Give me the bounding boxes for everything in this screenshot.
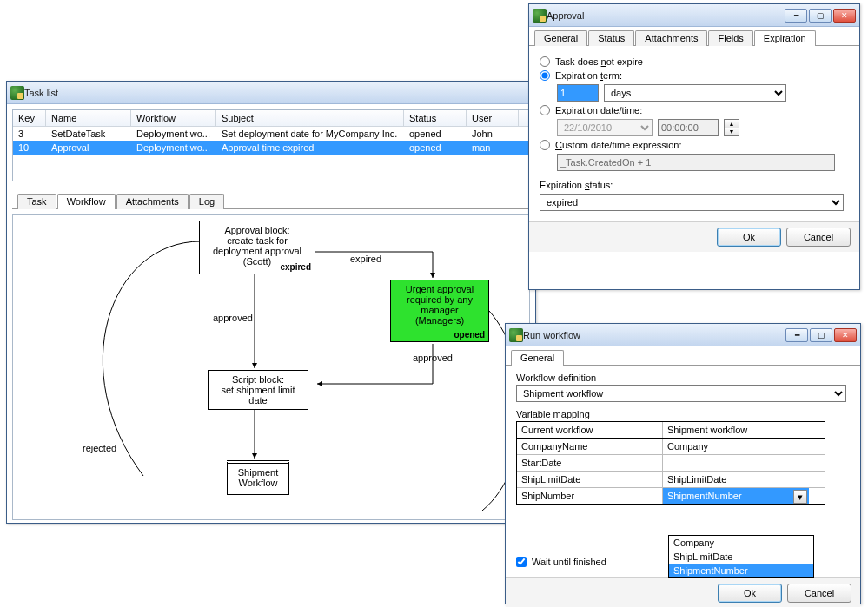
col-key[interactable]: Key: [13, 110, 46, 126]
tab-task[interactable]: Task: [17, 194, 56, 209]
tab-expiration[interactable]: Expiration: [754, 30, 816, 46]
time-spinner[interactable]: ▲▼: [724, 119, 739, 136]
label-wait: Wait until finished: [532, 557, 606, 567]
edge-approved1: approved: [213, 313, 253, 323]
label-workflow-definition: Workflow definition: [516, 373, 850, 383]
task-list-titlebar[interactable]: Task list: [7, 82, 535, 104]
workflow-diagram[interactable]: Approval block: create task for deployme…: [12, 214, 530, 520]
label-no-expire: Task does not expire: [555, 56, 643, 67]
node-urgent[interactable]: Urgent approval required by any manager …: [390, 280, 489, 342]
map-row[interactable]: ShipLimitDate ShipLimitDate: [517, 472, 825, 488]
edge-approved2: approved: [413, 353, 453, 363]
node-approval[interactable]: Approval block: create task for deployme…: [199, 221, 315, 274]
label-variable-mapping: Variable mapping: [516, 409, 850, 419]
bottom-tabs: Task Workflow Attachments Log: [12, 190, 530, 209]
table-row[interactable]: 10 Approval Deployment wo... Approval ti…: [13, 141, 529, 155]
app-icon: [509, 328, 523, 342]
term-value-input[interactable]: [557, 84, 599, 102]
table-row[interactable]: 3 SetDateTask Deployment wo... Set deplo…: [13, 127, 529, 141]
close-button[interactable]: ✕: [833, 9, 856, 23]
tab-log[interactable]: Log: [189, 194, 224, 209]
tab-attachments[interactable]: Attachments: [635, 30, 707, 46]
dropdown-button[interactable]: ▾: [793, 490, 807, 504]
maximize-button[interactable]: ▢: [809, 9, 832, 23]
col-status[interactable]: Status: [404, 110, 467, 126]
minimize-button[interactable]: ━: [785, 9, 807, 23]
edge-expired: expired: [350, 254, 381, 264]
tab-status[interactable]: Status: [588, 30, 634, 46]
spin-up-icon[interactable]: ▲: [725, 120, 739, 128]
tab-general[interactable]: General: [511, 350, 564, 366]
cancel-button[interactable]: Cancel: [786, 228, 851, 247]
app-icon: [10, 86, 24, 100]
runwf-titlebar[interactable]: Run workflow ━ ▢ ✕: [506, 324, 860, 346]
app-icon: [533, 9, 547, 23]
col-target[interactable]: Shipment workflow: [663, 422, 809, 438]
task-grid-header: Key Name Workflow Subject Status User: [13, 110, 529, 127]
task-grid: Key Name Workflow Subject Status User 3 …: [12, 109, 530, 181]
runwf-tabs: General: [506, 346, 860, 366]
minimize-button[interactable]: ━: [785, 328, 808, 342]
col-workflow[interactable]: Workflow: [131, 110, 216, 126]
node-script[interactable]: Script block: set shipment limit date: [208, 370, 308, 410]
selected-mapping-cell[interactable]: ShipmentNumber ▾: [663, 488, 809, 504]
workflow-definition-select[interactable]: Shipment workflow: [516, 385, 846, 402]
variable-mapping-table: Current workflow Shipment workflow Compa…: [516, 421, 825, 505]
col-current[interactable]: Current workflow: [517, 422, 663, 438]
radio-no-expire[interactable]: [540, 56, 550, 67]
approval-titlebar[interactable]: Approval ━ ▢ ✕: [529, 4, 859, 27]
ok-button[interactable]: Ok: [717, 228, 781, 247]
node-shipment[interactable]: Shipment Workflow: [227, 460, 289, 495]
label-custom: Custom date/time expression:: [555, 140, 682, 150]
approval-tabs: General Status Attachments Fields Expira…: [529, 27, 859, 46]
radio-custom[interactable]: [540, 140, 550, 150]
ok-button[interactable]: Ok: [718, 584, 782, 603]
dropdown-option[interactable]: ShipLimitDate: [669, 550, 813, 564]
run-workflow-dialog: Run workflow ━ ▢ ✕ General Workflow defi…: [505, 323, 861, 604]
map-row[interactable]: ShipNumber ShipmentNumber ▾: [517, 488, 825, 504]
task-list-window: Task list Key Name Workflow Subject Stat…: [6, 81, 536, 524]
custom-expr-input[interactable]: [557, 154, 835, 171]
spin-down-icon[interactable]: ▼: [725, 128, 739, 135]
maximize-button[interactable]: ▢: [810, 328, 832, 342]
tab-attachments[interactable]: Attachments: [116, 194, 189, 209]
radio-term[interactable]: [540, 70, 550, 81]
col-user[interactable]: User: [467, 110, 519, 126]
mapping-dropdown[interactable]: Company ShipLimitDate ShipmentNumber: [668, 535, 814, 578]
term-unit-select[interactable]: days: [604, 84, 786, 102]
cancel-button[interactable]: Cancel: [787, 584, 851, 603]
tab-fields[interactable]: Fields: [708, 30, 752, 46]
wait-checkbox[interactable]: [516, 557, 527, 567]
window-title: Task list: [24, 88, 532, 98]
approval-dialog: Approval ━ ▢ ✕ General Status Attachment…: [528, 3, 860, 290]
status-select[interactable]: expired: [540, 194, 844, 211]
map-row[interactable]: CompanyName Company: [517, 439, 825, 455]
close-button[interactable]: ✕: [834, 328, 857, 342]
node-state: opened: [454, 330, 485, 340]
map-row[interactable]: StartDate: [517, 455, 825, 472]
col-subject[interactable]: Subject: [216, 110, 404, 126]
window-title: Approval: [547, 10, 785, 21]
date-select[interactable]: 22/10/2010: [557, 119, 653, 136]
dropdown-option[interactable]: Company: [669, 536, 813, 550]
node-state: expired: [280, 262, 311, 272]
edge-rejected: rejected: [83, 443, 116, 453]
label-term: Expiration term:: [555, 70, 622, 81]
radio-datetime[interactable]: [540, 105, 550, 115]
time-input[interactable]: [658, 119, 719, 136]
col-name[interactable]: Name: [46, 110, 131, 126]
label-expiration-status: Expiration status:: [540, 180, 613, 190]
tab-general[interactable]: General: [534, 30, 587, 46]
window-title: Run workflow: [523, 330, 785, 340]
label-datetime: Expiration date/time:: [555, 105, 642, 115]
dropdown-option[interactable]: ShipmentNumber: [669, 564, 813, 577]
tab-workflow[interactable]: Workflow: [57, 194, 116, 209]
